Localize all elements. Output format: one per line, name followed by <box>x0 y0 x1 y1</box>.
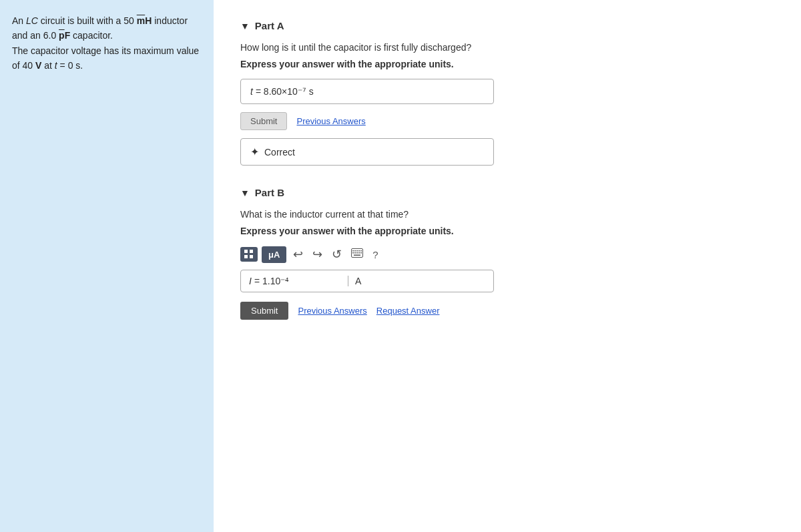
svg-rect-7 <box>354 252 356 254</box>
part-a-title: Part A <box>255 20 284 31</box>
part-b-answer-row: I = A <box>240 270 494 292</box>
part-a-correct-box: ✦ Correct <box>240 138 494 166</box>
part-a-submit-row: Submit Previous Answers <box>240 112 774 130</box>
part-b-answer-input[interactable] <box>262 276 342 286</box>
svg-rect-9 <box>358 252 360 254</box>
keyboard-button[interactable] <box>348 247 366 262</box>
part-a-toggle[interactable]: ▼ <box>240 21 250 31</box>
part-b-title: Part B <box>255 187 284 198</box>
part-b-toggle[interactable]: ▼ <box>240 188 250 198</box>
svg-rect-6 <box>352 252 354 254</box>
part-a-question-line2: Express your answer with the appropriate… <box>240 59 774 69</box>
part-b-answer-label: I = <box>249 276 260 286</box>
part-b-answer-unit: A <box>348 276 388 286</box>
part-b-submit-row: Submit Previous Answers Request Answer <box>240 302 774 320</box>
svg-rect-1 <box>352 250 354 252</box>
keyboard-icon <box>351 248 363 258</box>
help-button[interactable]: ? <box>370 248 380 262</box>
part-b-header: ▼ Part B <box>240 187 774 198</box>
part-a-section: ▼ Part A How long is it until the capaci… <box>240 20 774 166</box>
problem-text: An LC circuit is built with a 50 mH indu… <box>12 13 202 73</box>
matrix-icon <box>244 250 254 259</box>
left-panel: An LC circuit is built with a 50 mH indu… <box>0 0 214 532</box>
part-a-answer-label: t = <box>250 86 261 97</box>
svg-rect-3 <box>356 250 358 252</box>
part-a-submit-button[interactable]: Submit <box>240 112 287 130</box>
svg-rect-4 <box>358 250 360 252</box>
right-panel: ▼ Part A How long is it until the capaci… <box>214 0 801 532</box>
svg-rect-11 <box>354 255 360 256</box>
part-a-correct-label: Correct <box>264 147 295 158</box>
part-b-question-line1: What is the inductor current at that tim… <box>240 208 774 222</box>
svg-rect-8 <box>356 252 358 254</box>
svg-rect-10 <box>360 252 362 254</box>
svg-rect-5 <box>360 250 362 252</box>
part-a-prev-answers-link[interactable]: Previous Answers <box>296 116 365 126</box>
part-a-header: ▼ Part A <box>240 20 774 31</box>
part-a-question-line1: How long is it until the capacitor is fi… <box>240 41 774 55</box>
part-a-answer-value: 8.60×10⁻⁷ s <box>264 86 314 97</box>
part-b-question-line2: Express your answer with the appropriate… <box>240 226 774 236</box>
reset-button[interactable]: ↺ <box>329 246 344 263</box>
undo-button[interactable]: ↩ <box>290 246 306 263</box>
part-b-prev-answers-link[interactable]: Previous Answers <box>298 306 366 316</box>
part-b-submit-button[interactable]: Submit <box>240 302 288 320</box>
part-b-toolbar: μA ↩ ↪ ↺ ? <box>240 246 774 263</box>
correct-icon: ✦ <box>250 146 259 158</box>
redo-button[interactable]: ↪ <box>310 246 325 263</box>
matrix-input-button[interactable] <box>240 247 258 262</box>
part-a-answer-box: t = 8.60×10⁻⁷ s <box>240 79 494 104</box>
svg-rect-2 <box>354 250 356 252</box>
part-b-section: ▼ Part B What is the inductor current at… <box>240 187 774 320</box>
request-answer-link[interactable]: Request Answer <box>376 306 440 316</box>
unit-mu-a-button[interactable]: μA <box>262 246 286 263</box>
